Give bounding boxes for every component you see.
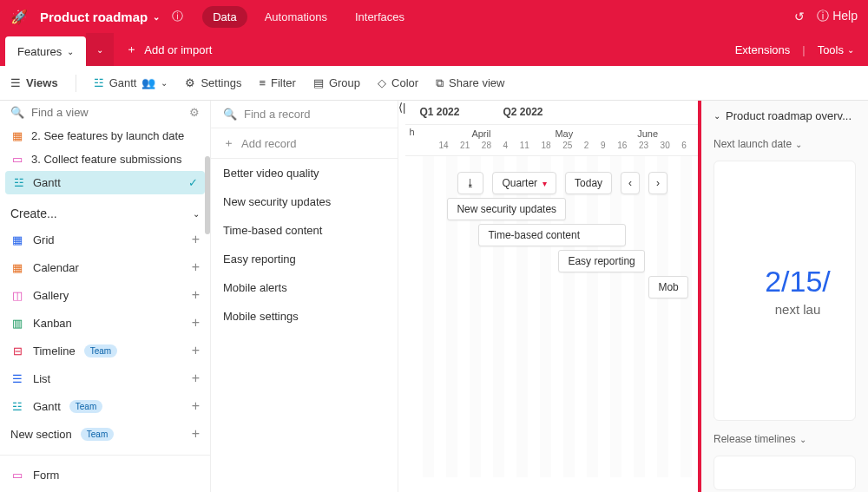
column-resize-handle[interactable]: ⟨| [398,101,405,492]
views-button[interactable]: ☰ Views [10,76,58,89]
create-label: Create... [10,207,57,220]
base-title[interactable]: Product roadmap ⌄ [40,10,160,24]
create-calendar[interactable]: ▦ Calendar + [0,253,210,281]
gantt-icon: ☳ [12,176,26,189]
create-new-section[interactable]: New section Team + [0,420,210,448]
next-button[interactable]: › [648,172,667,194]
table-tab-label: Features [17,45,62,58]
team-badge: Team [69,400,102,413]
grid-icon: ▦ [10,233,24,246]
record-item[interactable]: Easy reporting [211,245,398,273]
info-icon[interactable]: ⓘ [172,9,183,24]
day-label: 4 [503,141,509,150]
ext-panel-header[interactable]: ⌄ Product roadmap overv... [713,109,856,122]
view-type-gantt[interactable]: ☳ Gantt 👥 ⌄ [94,76,168,89]
extensions-button[interactable]: Extensions [735,43,791,56]
gantt-label: Gantt [109,76,137,89]
group-label: Group [329,76,360,89]
chevron-down-icon: ⌄ [67,47,74,56]
tools-button[interactable]: Tools ⌄ [818,43,854,56]
gantt-bar[interactable]: Mob [648,276,687,298]
create-gantt[interactable]: ☳ Gantt Team + [0,392,210,420]
release-timelines-section[interactable]: Release timelines ⌄ [713,433,856,445]
group-button[interactable]: ▤ Group [313,76,360,89]
settings-button[interactable]: ⚙ Settings [185,76,241,89]
gantt-body[interactable]: ⭳ Quarter ▾ Today ‹ › New security updat… [405,156,698,477]
record-item[interactable]: Time-based content [211,216,398,245]
record-list: 🔍 Find a record ＋ Add record Better vide… [211,101,398,492]
tab-overflow-button[interactable]: ⌄ [86,33,114,66]
create-form[interactable]: ▭ Form [0,462,210,488]
sidebar-view-launch-date[interactable]: ▦ 2. See features by launch date [0,124,210,148]
rocket-icon: 🚀 [10,9,28,25]
plus-icon: + [192,398,200,414]
gantt-bar[interactable]: Easy reporting [558,250,644,272]
chevron-down-icon: ⌄ [799,435,806,444]
next-launch-section[interactable]: Next launch date ⌄ [713,138,856,150]
create-item-label: List [33,372,50,385]
table-tab-features[interactable]: Features ⌄ [5,36,86,66]
record-item[interactable]: Mobile settings [211,302,398,331]
prev-button[interactable]: ‹ [621,172,640,194]
chevron-left-icon: ‹ [628,177,632,189]
record-item[interactable]: Better video quality [211,159,398,187]
share-view-button[interactable]: ⧉ Share view [436,76,504,90]
share-icon: ⧉ [436,76,444,90]
download-icon: ⭳ [465,177,476,189]
view-search-input[interactable] [31,106,182,119]
quarter-label: Q1 2022 [419,106,459,124]
create-item-label: Grid [33,233,55,246]
gear-icon[interactable]: ⚙ [189,106,200,119]
share-label: Share view [449,76,504,89]
gantt-bar[interactable]: Time-based content [478,224,626,246]
chevron-down-icon: ⌄ [713,111,720,121]
create-section-toggle[interactable]: Create... ⌄ [0,194,210,226]
tab-interfaces[interactable]: Interfaces [345,6,415,28]
create-grid[interactable]: ▦ Grid + [0,226,210,253]
time-unit-select[interactable]: Quarter ▾ [492,172,556,194]
settings-label: Settings [201,76,241,89]
plus-icon: + [192,287,200,303]
month-truncated: h [409,127,414,137]
gantt-bar[interactable]: New security updates [447,198,566,220]
scrollbar-thumb[interactable] [205,156,210,234]
day-label: 23 [639,141,648,150]
create-gallery[interactable]: ◫ Gallery + [0,281,210,309]
chevron-down-icon: ⌄ [161,78,168,88]
create-kanban[interactable]: ▥ Kanban + [0,309,210,337]
day-label: 16 [617,141,627,150]
extensions-bar: Extensions | Tools ⌄ [718,33,868,66]
quarter-label: Q2 2022 [503,106,542,124]
chevron-down-icon: ▾ [542,179,547,188]
create-timeline[interactable]: ⊟ Timeline Team + [0,337,210,364]
sidebar-view-submissions[interactable]: ▭ 3. Collect feature submissions [0,148,210,171]
filter-button[interactable]: ≡ Filter [259,76,295,89]
plus-icon: + [192,371,200,386]
chevron-down-icon: ⌄ [153,12,160,22]
create-list[interactable]: ☰ List + [0,364,210,392]
view-label: Gantt [33,176,61,189]
gantt-controls: ⭳ Quarter ▾ Today ‹ › [457,172,667,194]
launch-date-sub: next lau [775,302,821,317]
day-label: 25 [562,141,572,150]
sidebar-view-gantt[interactable]: ☳ Gantt ✓ [5,171,205,194]
day-label: 9 [601,141,606,150]
record-item[interactable]: New security updates [211,187,398,216]
history-icon[interactable]: ↺ [794,10,805,23]
add-record-button[interactable]: ＋ Add record [211,128,398,159]
tools-label: Tools [818,43,844,56]
help-button[interactable]: ⓘ Help [817,9,858,24]
add-or-import-button[interactable]: ＋ Add or import [114,33,224,66]
calendar-icon: ▦ [10,261,24,274]
record-search-placeholder[interactable]: Find a record [244,108,311,121]
download-button[interactable]: ⭳ [457,172,483,194]
color-label: Color [391,76,418,89]
tab-automations[interactable]: Automations [254,6,338,28]
top-bar: 🚀 Product roadmap ⌄ ⓘ Data Automations I… [0,0,868,33]
tab-data[interactable]: Data [202,6,247,28]
today-button[interactable]: Today [565,172,612,194]
section-label: Next launch date [713,138,792,150]
record-item[interactable]: Mobile alerts [211,273,398,302]
search-icon: 🔍 [223,108,237,121]
color-button[interactable]: ◇ Color [378,76,418,89]
